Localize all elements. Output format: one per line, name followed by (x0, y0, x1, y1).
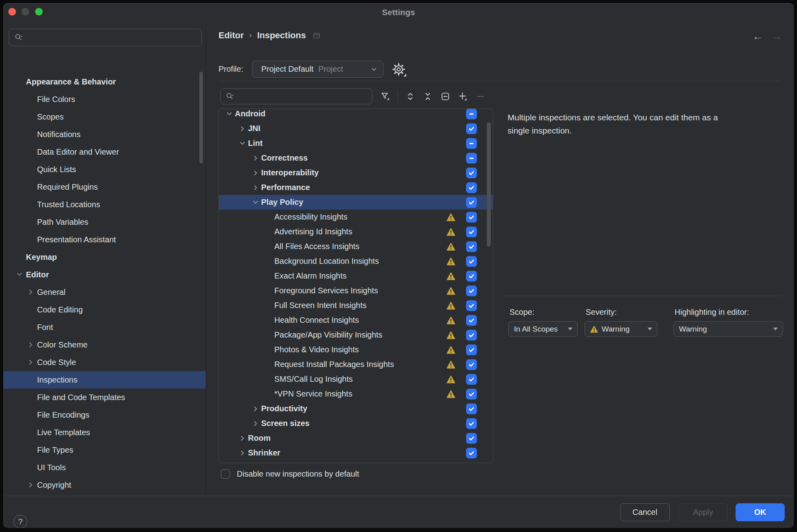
checkbox-checked[interactable] (466, 197, 477, 208)
profile-actions-button[interactable] (392, 63, 405, 76)
checkbox-indeterminate[interactable] (466, 138, 477, 149)
chevron-right-icon[interactable] (24, 341, 37, 349)
tree-row-foreground-services-insights[interactable]: Foreground Services Insights (219, 283, 493, 298)
sidebar-item-editor[interactable]: Editor (3, 266, 206, 283)
back-arrow-button[interactable]: ← (752, 30, 763, 43)
chevron-right-icon[interactable] (24, 288, 37, 296)
tree-row-photos-video-insights[interactable]: Photos & Video Insights (219, 342, 493, 357)
checkbox-checked[interactable] (466, 256, 477, 267)
help-button[interactable]: ? (14, 515, 27, 528)
chevron-right-icon[interactable] (250, 405, 261, 413)
chevron-right-icon[interactable] (250, 154, 261, 162)
chevron-down-icon[interactable] (250, 198, 261, 206)
tree-row-accessibility-insights[interactable]: Accessibility Insights (219, 210, 493, 224)
filter-icon[interactable] (380, 91, 390, 102)
checkbox-checked[interactable] (466, 433, 477, 444)
checkbox-checked[interactable] (466, 344, 477, 355)
tree-row-android[interactable]: Android (219, 108, 493, 121)
sidebar-item-data-editor-and-viewer[interactable]: Data Editor and Viewer (3, 143, 206, 161)
sidebar-scrollbar[interactable] (199, 72, 203, 163)
sidebar-item-file-types[interactable]: File Types (3, 441, 206, 459)
sidebar-item-font[interactable]: Font (3, 318, 206, 336)
sidebar-item-ui-tools[interactable]: UI Tools (3, 459, 206, 476)
highlighting-select[interactable]: Warning (673, 321, 783, 337)
checkbox-checked[interactable] (466, 315, 477, 326)
inspections-filter-input[interactable] (220, 88, 372, 104)
tree-row-correctness[interactable]: Correctness (219, 151, 493, 165)
chevron-right-icon[interactable] (237, 125, 248, 133)
checkbox-checked[interactable] (466, 285, 477, 296)
tree-row-shrinker[interactable]: Shrinker (219, 446, 493, 460)
cancel-button[interactable]: Cancel (620, 503, 670, 521)
tree-row-package-app-visibility-insights[interactable]: Package/App Visibility Insights (219, 328, 493, 342)
sidebar-item-presentation-assistant[interactable]: Presentation Assistant (3, 231, 206, 248)
checkbox-checked[interactable] (466, 300, 477, 311)
tree-row-all-files-access-insights[interactable]: All Files Access Insights (219, 239, 493, 254)
tree-row-health-connect-insights[interactable]: Health Connect Insights (219, 313, 493, 328)
checkbox-checked[interactable] (466, 330, 477, 340)
sidebar-item-file-colors[interactable]: File Colors (3, 90, 206, 108)
sidebar-item-file-and-code-templates[interactable]: File and Code Templates (3, 389, 206, 406)
sidebar-item-color-scheme[interactable]: Color Scheme (3, 336, 206, 353)
checkbox-checked[interactable] (466, 182, 477, 193)
disable-new-inspections-checkbox[interactable] (221, 469, 230, 479)
sidebar-item-scopes[interactable]: Scopes (3, 108, 206, 126)
ok-button[interactable]: OK (736, 503, 785, 521)
checkbox-checked[interactable] (466, 123, 477, 134)
tree-scrollbar[interactable] (487, 122, 491, 247)
sidebar-item-file-encodings[interactable]: File Encodings (3, 406, 206, 424)
scope-select[interactable]: In All Scopes (508, 321, 578, 337)
sidebar-item-appearance-behavior[interactable]: Appearance & Behavior (3, 73, 206, 90)
breadcrumb-editor[interactable]: Editor (218, 30, 244, 41)
sidebar-item-path-variables[interactable]: Path Variables (3, 213, 206, 231)
tree-row-play-policy[interactable]: Play Policy (219, 195, 493, 210)
collapse-all-icon[interactable] (423, 91, 433, 102)
checkbox-checked[interactable] (466, 418, 477, 429)
sidebar-item-inspections[interactable]: Inspections (3, 371, 206, 389)
sidebar-item-notifications[interactable]: Notifications (3, 126, 206, 143)
checkbox-checked[interactable] (466, 226, 477, 237)
checkbox-checked[interactable] (466, 389, 477, 399)
chevron-right-icon[interactable] (24, 358, 37, 366)
tree-row-performance[interactable]: Performance (219, 180, 493, 195)
tree-row-sms-call-log-insights[interactable]: SMS/Call Log Insights (219, 372, 493, 387)
checkbox-checked[interactable] (466, 403, 477, 414)
checkbox-checked[interactable] (466, 359, 477, 370)
checkbox-checked[interactable] (466, 271, 477, 281)
tree-row-jni[interactable]: JNI (219, 121, 493, 136)
tree-row-lint[interactable]: Lint (219, 136, 493, 151)
sidebar-item-code-editing[interactable]: Code Editing (3, 301, 206, 318)
sidebar-item-quick-lists[interactable]: Quick Lists (3, 161, 206, 178)
checkbox-checked[interactable] (466, 167, 477, 178)
sidebar-item-required-plugins[interactable]: Required Plugins (3, 178, 206, 196)
chevron-right-icon[interactable] (250, 169, 261, 177)
tree-row-advertising-id-insights[interactable]: Advertising Id Insights (219, 224, 493, 239)
chevron-down-icon[interactable] (237, 139, 248, 147)
chevron-right-icon[interactable] (237, 434, 248, 442)
checkbox-checked[interactable] (466, 448, 477, 458)
checkbox-checked[interactable] (466, 374, 477, 385)
remove-inspection-icon[interactable] (440, 91, 451, 102)
chevron-right-icon[interactable] (237, 449, 248, 457)
tree-row-room[interactable]: Room (219, 431, 493, 446)
sidebar-item-general[interactable]: General (3, 283, 206, 301)
checkbox-checked[interactable] (466, 212, 477, 222)
tree-row-background-location-insights[interactable]: Background Location Insights (219, 254, 493, 269)
add-icon[interactable] (458, 91, 468, 102)
expand-all-icon[interactable] (405, 91, 415, 102)
chevron-down-icon[interactable] (13, 271, 26, 279)
tree-row--vpn-service-insights[interactable]: *VPN Service Insights (219, 387, 493, 401)
checkbox-indeterminate[interactable] (466, 108, 477, 119)
sidebar-item-code-style[interactable]: Code Style (3, 353, 206, 371)
tree-row-screen-sizes[interactable]: Screen sizes (219, 416, 493, 431)
profile-select[interactable]: Project Default Project (252, 61, 384, 78)
chevron-right-icon[interactable] (250, 184, 261, 192)
tree-row-interoperability[interactable]: Interoperability (219, 165, 493, 180)
checkbox-checked[interactable] (466, 241, 477, 252)
chevron-right-icon[interactable] (24, 481, 37, 489)
chevron-right-icon[interactable] (250, 420, 261, 428)
sidebar-item-live-templates[interactable]: Live Templates (3, 424, 206, 441)
sidebar-item-keymap[interactable]: Keymap (3, 248, 206, 266)
sidebar-item-trusted-locations[interactable]: Trusted Locations (3, 196, 206, 213)
tree-row-productivity[interactable]: Productivity (219, 401, 493, 416)
